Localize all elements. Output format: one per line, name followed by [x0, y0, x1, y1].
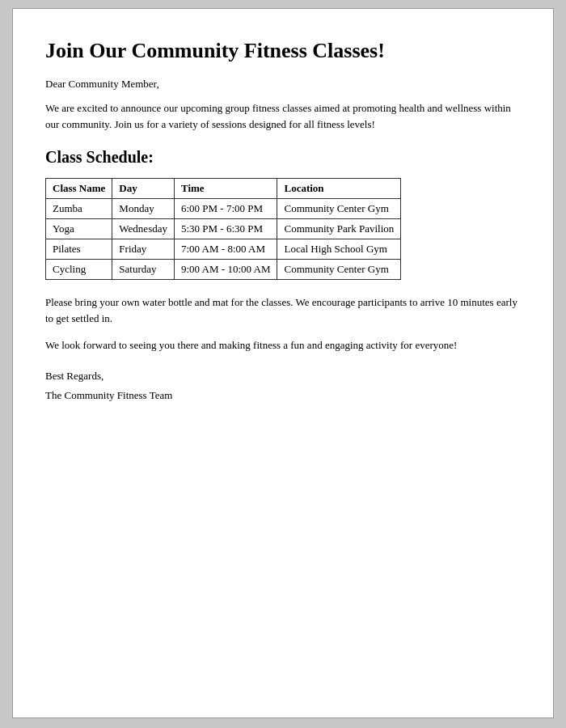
table-cell-day: Monday [112, 199, 175, 219]
col-header-day: Day [112, 179, 175, 199]
closing-text: We look forward to seeing you there and … [45, 337, 521, 353]
schedule-heading: Class Schedule: [45, 148, 521, 167]
table-cell-location: Local High School Gym [277, 239, 401, 260]
table-cell-class_name: Zumba [46, 199, 112, 219]
table-cell-class_name: Yoga [46, 219, 112, 239]
table-cell-time: 5:30 PM - 6:30 PM [174, 219, 277, 239]
table-cell-time: 7:00 AM - 8:00 AM [174, 239, 277, 260]
table-row: PilatesFriday7:00 AM - 8:00 AMLocal High… [46, 239, 401, 260]
table-header-row: Class Name Day Time Location [46, 179, 401, 199]
page-container: Join Our Community Fitness Classes! Dear… [12, 8, 554, 718]
table-cell-time: 6:00 PM - 7:00 PM [174, 199, 277, 219]
table-cell-day: Saturday [112, 260, 175, 280]
col-header-time: Time [174, 179, 277, 199]
table-cell-day: Wednesday [112, 219, 175, 239]
table-cell-class_name: Cycling [46, 260, 112, 280]
table-cell-location: Community Center Gym [277, 260, 401, 280]
regards-text: Best Regards, [45, 370, 521, 383]
page-title: Join Our Community Fitness Classes! [45, 38, 521, 63]
table-cell-day: Friday [112, 239, 175, 260]
table-cell-location: Community Park Pavilion [277, 219, 401, 239]
schedule-table: Class Name Day Time Location ZumbaMonday… [45, 178, 401, 280]
greeting-text: Dear Community Member, [45, 78, 521, 91]
intro-text: We are excited to announce our upcoming … [45, 100, 521, 132]
table-row: ZumbaMonday6:00 PM - 7:00 PMCommunity Ce… [46, 199, 401, 219]
table-cell-location: Community Center Gym [277, 199, 401, 219]
table-row: YogaWednesday5:30 PM - 6:30 PMCommunity … [46, 219, 401, 239]
table-cell-time: 9:00 AM - 10:00 AM [174, 260, 277, 280]
table-cell-class_name: Pilates [46, 239, 112, 260]
note-text: Please bring your own water bottle and m… [45, 294, 521, 326]
table-row: CyclingSaturday9:00 AM - 10:00 AMCommuni… [46, 260, 401, 280]
team-name-text: The Community Fitness Team [45, 389, 521, 402]
col-header-class: Class Name [46, 179, 112, 199]
col-header-location: Location [277, 179, 401, 199]
